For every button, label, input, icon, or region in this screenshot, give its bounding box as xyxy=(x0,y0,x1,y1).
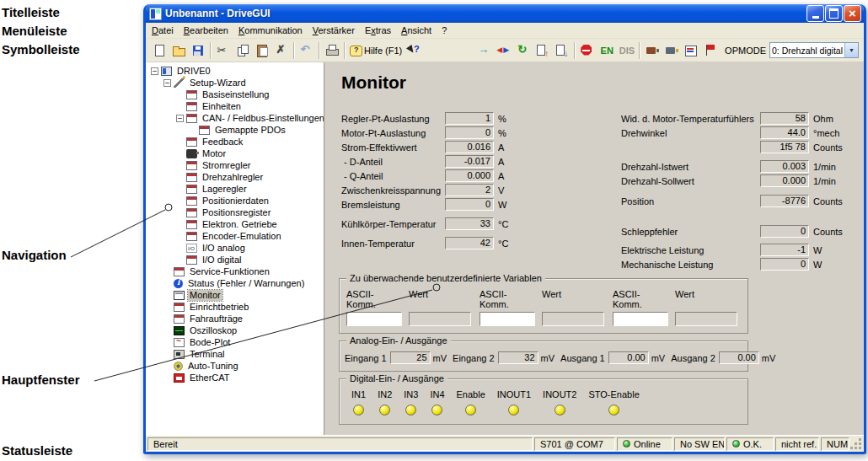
cut-button[interactable] xyxy=(213,40,233,60)
user-vars-group-title: Zu überwachende benutzerdefinierte Varia… xyxy=(346,273,545,284)
tree-item-can-feldbus-einstellungen[interactable]: −CAN- / Feldbus-Einstellungen xyxy=(147,112,324,124)
win-icon xyxy=(174,303,185,312)
menu-ansicht[interactable]: Ansicht xyxy=(396,24,437,37)
drive-step-button[interactable] xyxy=(474,40,494,60)
field-zwischenkreisspannung: Zwischenkreisspannung2V xyxy=(341,183,621,197)
tree-item-i-o-digital[interactable]: I/O digital xyxy=(147,254,324,265)
tree-item-status-fehler-warnungen[interactable]: Status (Fehler / Warnungen) xyxy=(147,277,324,289)
menu-extras[interactable]: Extras xyxy=(360,24,396,37)
field-label: Position xyxy=(621,196,760,206)
motor-button[interactable] xyxy=(642,40,662,60)
tree-item-auto-tuning[interactable]: Auto-Tuning xyxy=(147,360,324,372)
open-button[interactable] xyxy=(169,40,188,60)
copy-button[interactable] xyxy=(233,40,252,60)
tree-item-feedback[interactable]: Feedback xyxy=(147,136,324,147)
drive-jog-button[interactable] xyxy=(494,40,513,60)
win-icon xyxy=(186,196,197,206)
wert-field-2 xyxy=(542,312,604,326)
tree-item-label: DRIVE0 xyxy=(175,66,212,77)
tree-item-service-funktionen[interactable]: Service-Funktionen xyxy=(147,265,324,277)
tree-item-encoder-emulation[interactable]: Encoder-Emulation xyxy=(147,230,324,242)
tree-item-bode-plot[interactable]: Bode-Plot xyxy=(147,336,324,348)
resize-grip[interactable] xyxy=(851,437,863,451)
tree-item-i-o-analog[interactable]: I/O analog xyxy=(147,242,324,254)
menu-help[interactable]: ? xyxy=(437,24,452,37)
led-icon xyxy=(431,405,442,415)
tree-item-monitor[interactable]: Monitor xyxy=(147,289,324,301)
tree-item-stromregler[interactable]: Stromregler xyxy=(147,159,324,171)
tree-item-label: Setup-Wizard xyxy=(188,78,248,88)
tree-item-ethercat[interactable]: EtherCAT xyxy=(147,372,324,383)
tree-expander-icon[interactable]: − xyxy=(151,67,158,75)
menu-datei[interactable]: Datei xyxy=(147,24,179,37)
tree-item-label: Positionsregister xyxy=(201,207,272,218)
tree-item-setup-wizard[interactable]: −Setup-Wizard xyxy=(147,77,324,88)
close-button[interactable] xyxy=(844,5,861,22)
tree-item-elektron-getriebe[interactable]: Elektron. Getriebe xyxy=(147,218,324,230)
tree-item-oszilloskop[interactable]: Oszilloskop xyxy=(147,324,324,336)
tree-item-terminal[interactable]: Terminal xyxy=(147,348,324,360)
menu-bearbeiten[interactable]: Bearbeiten xyxy=(179,24,233,37)
ascii-comm-input-1[interactable] xyxy=(346,312,402,326)
minimize-button[interactable] xyxy=(806,5,824,22)
tree-item-label: I/O digital xyxy=(201,255,243,265)
toolbar: Hilfe (F1)ENDIS OPMODE 0: Drehzahl digit… xyxy=(146,39,864,62)
annotation-navigation: Navigation xyxy=(2,248,67,262)
load-from-drive-button[interactable] xyxy=(533,40,552,60)
tree-item-drive0[interactable]: −DRIVE0 xyxy=(147,65,324,77)
ascii-comm-input-3[interactable] xyxy=(613,312,668,326)
tree-item-positionsregister[interactable]: Positionsregister xyxy=(147,206,324,218)
scissors-icon xyxy=(217,44,230,57)
tree-item-motor[interactable]: Motor xyxy=(147,147,324,159)
title-bar[interactable]: Unbenannt - DriveGUI xyxy=(146,4,864,23)
tree-item-gemappte-pdos[interactable]: Gemappte PDOs xyxy=(147,124,324,136)
menu-kommunikation[interactable]: Kommunikation xyxy=(233,24,308,37)
drivegui-window: Unbenannt - DriveGUI DateiBearbeitenKomm… xyxy=(143,4,866,454)
tree-item-label: Auto-Tuning xyxy=(186,361,240,372)
tree-item-positionierdaten[interactable]: Positionierdaten xyxy=(147,195,324,206)
enable-button[interactable]: EN xyxy=(597,40,616,60)
field-unit: °C xyxy=(498,239,508,249)
tree-expander-icon[interactable]: − xyxy=(176,115,184,122)
tree-item-drehzahlregler[interactable]: Drehzahlregler xyxy=(147,171,324,183)
chevron-down-icon[interactable]: ▼ xyxy=(844,43,858,57)
display-button[interactable] xyxy=(681,40,700,60)
ascii-comm-label: ASCII-Komm. xyxy=(613,289,668,309)
tree-item-einrichtbetrieb[interactable]: Einrichtbetrieb xyxy=(147,301,324,313)
paste-button[interactable] xyxy=(252,40,271,60)
tree-item-basiseinstellung[interactable]: Basiseinstellung xyxy=(147,88,324,100)
digital-channel-in4: IN4 xyxy=(430,389,444,415)
tree-item-einheiten[interactable]: Einheiten xyxy=(147,100,324,112)
tree-item-lageregler[interactable]: Lageregler xyxy=(147,183,324,195)
new-button[interactable] xyxy=(149,40,169,60)
tree-item-label: Fahraufträge xyxy=(188,314,244,324)
stop-sign-icon xyxy=(580,44,593,57)
digital-channel-label: STO-Enable xyxy=(588,389,639,399)
fault-button[interactable] xyxy=(700,40,720,60)
ascii-comm-input-2[interactable] xyxy=(480,312,535,326)
tree-expander-icon[interactable]: − xyxy=(163,79,171,87)
delete-button[interactable] xyxy=(271,40,291,60)
save-button[interactable] xyxy=(188,40,207,60)
led-icon xyxy=(508,405,519,415)
save-to-drive-button[interactable] xyxy=(552,40,571,60)
menu-verst-rker[interactable]: Verstärker xyxy=(308,24,360,37)
stop-button[interactable] xyxy=(577,40,597,60)
opmode-combobox[interactable]: 0: Drehzahl digital ▼ xyxy=(769,42,859,58)
disable-button[interactable]: DIS xyxy=(616,40,636,60)
field-value: 2 xyxy=(445,184,494,196)
field-unit: % xyxy=(498,128,506,138)
refresh-button[interactable] xyxy=(513,40,533,60)
tree-item-label: Oszilloskop xyxy=(188,325,238,336)
motor-setup-button[interactable] xyxy=(662,40,681,60)
win-icon xyxy=(199,126,210,135)
led-icon xyxy=(555,405,565,415)
win-icon xyxy=(186,137,197,147)
undo-button[interactable] xyxy=(297,40,316,60)
drive-icon xyxy=(161,67,172,76)
maximize-button[interactable] xyxy=(825,5,843,22)
print-button[interactable] xyxy=(322,40,341,60)
context-help-button[interactable] xyxy=(404,40,423,60)
help-button[interactable]: Hilfe (F1) xyxy=(347,40,404,60)
tree-item-fahrauftr-ge[interactable]: Fahraufträge xyxy=(147,313,324,324)
